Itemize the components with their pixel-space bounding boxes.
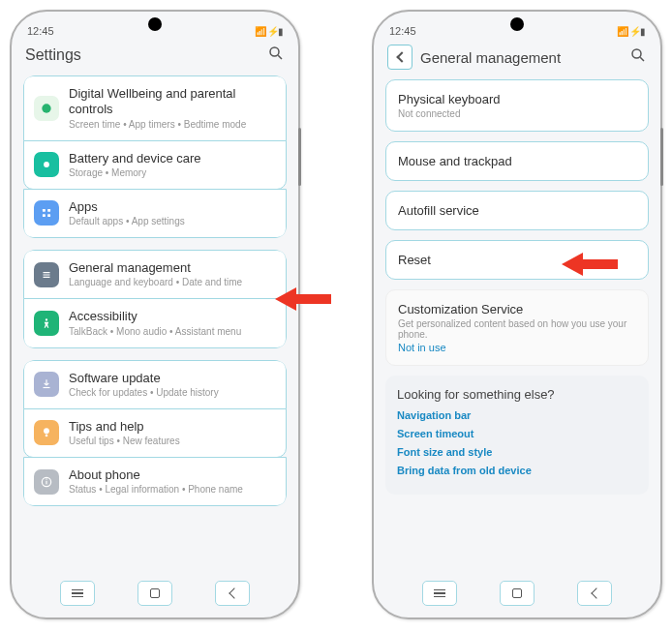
svg-rect-7 <box>47 215 50 218</box>
software-icon <box>34 372 59 397</box>
item-sub: Default apps • App settings <box>69 215 185 227</box>
svg-line-1 <box>278 55 282 59</box>
nav-recent-button[interactable] <box>422 581 457 606</box>
suggestion-link[interactable]: Font size and style <box>397 446 637 458</box>
suggestion-link[interactable]: Bring data from old device <box>397 465 637 476</box>
gm-item-autofill[interactable]: Autofill service <box>385 191 649 230</box>
annotation-arrow-reset <box>562 253 620 276</box>
status-icons: 📶 ⚡▮ <box>255 26 283 37</box>
nav-home-button[interactable] <box>137 581 172 606</box>
page-title: General management <box>420 49 561 66</box>
nav-bar <box>17 575 292 608</box>
item-title: Battery and device care <box>69 151 201 166</box>
svg-rect-4 <box>43 209 46 212</box>
item-title: Apps <box>69 199 185 215</box>
item-sub: Screen time • App timers • Bedtime mode <box>69 118 276 131</box>
battery-icon <box>34 152 59 177</box>
tips-icon <box>34 420 59 445</box>
item-title: Software update <box>69 371 219 386</box>
settings-item-tips[interactable]: Tips and help Useful tips • New features <box>23 408 287 458</box>
svg-rect-14 <box>46 435 47 436</box>
item-sub: Useful tips • New features <box>69 435 180 447</box>
item-sub: Check for updates • Update history <box>69 386 219 399</box>
item-sub: TalkBack • Mono audio • Assistant menu <box>69 325 241 338</box>
apps-icon <box>34 200 59 226</box>
annotation-arrow-general <box>275 287 333 311</box>
item-sub: Language and keyboard • Date and time <box>69 276 242 288</box>
wellbeing-icon <box>34 96 59 121</box>
item-title: Physical keyboard <box>398 92 636 106</box>
item-sub: Status • Legal information • Phone name <box>69 483 243 496</box>
item-title: Accessibility <box>69 309 241 324</box>
settings-list: Digital Wellbeing and parental controls … <box>17 75 292 575</box>
status-time: 12:45 <box>27 25 54 37</box>
about-icon <box>34 469 59 495</box>
nav-bar <box>380 575 655 608</box>
suggestions-section: Looking for something else? Navigation b… <box>385 376 649 495</box>
gm-header: General management <box>380 39 655 79</box>
settings-item-wellbeing[interactable]: Digital Wellbeing and parental controls … <box>23 75 287 141</box>
svg-rect-6 <box>43 215 46 218</box>
settings-item-general[interactable]: General management Language and keyboard… <box>23 250 287 299</box>
page-title: Settings <box>25 46 81 64</box>
item-sub: Storage • Memory <box>69 166 201 179</box>
nav-home-button[interactable] <box>500 581 535 606</box>
phone-general-management: 12:45 📶 ⚡▮ General management Physical k… <box>372 10 662 619</box>
gm-item-customization[interactable]: Customization Service Get personalized c… <box>385 289 649 366</box>
item-sub: Not connected <box>398 108 636 119</box>
settings-item-software[interactable]: Software update Check for updates • Upda… <box>23 360 287 409</box>
item-title: Autofill service <box>398 203 636 218</box>
item-title: About phone <box>69 467 243 483</box>
camera-notch <box>510 17 524 31</box>
back-button[interactable] <box>387 45 412 70</box>
gm-item-physical-keyboard[interactable]: Physical keyboard Not connected <box>385 79 649 132</box>
status-time: 12:45 <box>389 25 416 37</box>
svg-point-11 <box>46 318 47 320</box>
search-icon[interactable] <box>629 46 647 68</box>
gm-item-mouse-trackpad[interactable]: Mouse and trackpad <box>385 141 649 181</box>
svg-line-19 <box>640 57 644 61</box>
nav-recent-button[interactable] <box>60 581 95 606</box>
item-title: General management <box>69 260 242 276</box>
settings-item-battery[interactable]: Battery and device care Storage • Memory <box>23 140 287 190</box>
svg-point-13 <box>44 429 49 435</box>
nav-back-button[interactable] <box>215 581 250 606</box>
settings-item-apps[interactable]: Apps Default apps • App settings <box>23 189 287 238</box>
item-title: Tips and help <box>69 419 180 435</box>
search-icon[interactable] <box>267 45 285 66</box>
item-status: Not in use <box>398 342 636 353</box>
suggestion-link[interactable]: Navigation bar <box>397 409 637 421</box>
gm-list: Physical keyboard Not connected Mouse an… <box>380 79 655 575</box>
status-icons: 📶 ⚡▮ <box>617 26 645 37</box>
svg-rect-12 <box>44 387 50 388</box>
item-sub: Get personalized content based on how yo… <box>398 318 636 340</box>
item-title: Digital Wellbeing and parental controls <box>69 86 276 118</box>
settings-item-accessibility[interactable]: Accessibility TalkBack • Mono audio • As… <box>23 298 287 347</box>
svg-rect-17 <box>46 478 46 479</box>
camera-notch <box>148 17 162 31</box>
accessibility-icon <box>34 311 59 336</box>
svg-rect-16 <box>46 480 46 484</box>
settings-item-about[interactable]: About phone Status • Legal information •… <box>23 457 287 506</box>
nav-back-button[interactable] <box>577 581 612 606</box>
phone-settings: 12:45 📶 ⚡▮ Settings Digital Wellbeing an… <box>10 10 300 619</box>
suggestion-link[interactable]: Screen timeout <box>397 428 637 439</box>
item-title: Customization Service <box>398 302 636 316</box>
suggestions-heading: Looking for something else? <box>397 387 637 402</box>
general-icon <box>34 262 59 287</box>
svg-point-0 <box>270 47 279 56</box>
svg-point-3 <box>44 162 49 167</box>
item-title: Mouse and trackpad <box>398 154 636 168</box>
settings-header: Settings <box>17 39 292 75</box>
svg-point-2 <box>42 104 50 112</box>
svg-point-18 <box>632 49 641 58</box>
chevron-left-icon <box>396 51 407 62</box>
svg-rect-5 <box>47 209 50 212</box>
